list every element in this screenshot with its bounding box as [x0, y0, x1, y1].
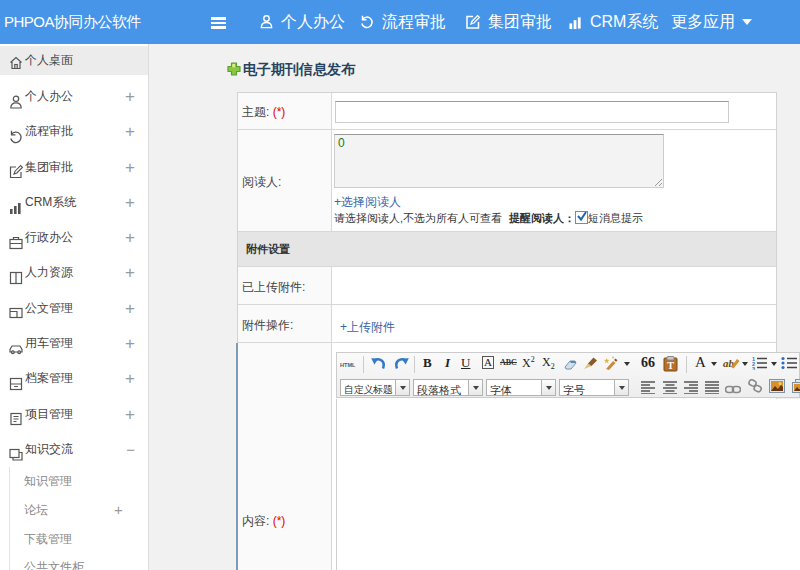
svg-text:3: 3: [752, 366, 755, 370]
svg-text:T: T: [667, 360, 674, 371]
